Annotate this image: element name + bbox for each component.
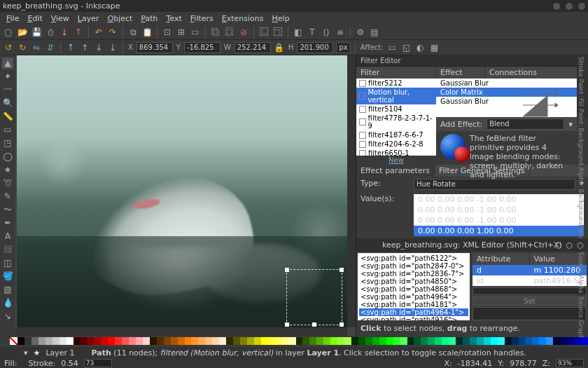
redo-icon[interactable]: ↷ (107, 27, 118, 38)
affect-pattern-icon[interactable]: ▦ (428, 42, 440, 53)
matrix-row[interactable]: 0.00 0.00 0.00 1.00 0.00 (414, 226, 584, 236)
x-input[interactable]: 869.354 (136, 42, 173, 53)
print-icon[interactable]: ⎙ (45, 27, 56, 38)
gradient-tool-icon[interactable]: ▧ (2, 284, 13, 295)
attr-name-input[interactable] (472, 287, 587, 295)
swatch[interactable] (205, 337, 212, 345)
canvas-hscroll[interactable] (15, 327, 347, 336)
text-icon[interactable]: T (307, 27, 318, 38)
swatch[interactable] (379, 337, 386, 345)
close-icon[interactable] (578, 3, 585, 10)
xml-node[interactable]: <svg:path id="path2847-0"> (359, 262, 468, 270)
swatch[interactable] (428, 337, 435, 345)
filter-item[interactable]: filter5104 (356, 104, 436, 114)
attr-row[interactable]: dm 1100.280 (472, 265, 587, 275)
swatch[interactable] (150, 337, 157, 345)
open-icon[interactable]: 📂 (17, 27, 28, 38)
swatch[interactable] (435, 337, 442, 345)
filter-item[interactable]: filter4204-6-2-8 (356, 139, 436, 149)
swatch[interactable] (143, 337, 150, 345)
swatch[interactable] (323, 337, 330, 345)
swatch[interactable] (574, 337, 581, 345)
menu-filters[interactable]: Filters (187, 13, 217, 24)
swatch[interactable] (456, 337, 463, 345)
zoom-input[interactable]: 93% (556, 359, 584, 367)
swatch[interactable] (24, 337, 31, 345)
spiral-tool-icon[interactable]: ➰ (2, 177, 13, 189)
swatch[interactable] (129, 337, 136, 345)
swatch[interactable] (351, 337, 358, 345)
swatch[interactable] (372, 337, 379, 345)
fill-stroke-icon[interactable]: ◧ (293, 27, 304, 38)
swatch[interactable] (247, 337, 254, 345)
tool-controls-bar[interactable]: ↺ ↻ ⇋ ⇵ ⤒ ↑ ↓ ⤓ X 869.354 Y -16.825 W 25… (0, 40, 588, 55)
xml-node[interactable]: <svg:path id="path4964-1"> (359, 308, 468, 316)
swatch[interactable] (470, 337, 477, 345)
swatch[interactable] (560, 337, 567, 345)
swatch[interactable] (519, 337, 526, 345)
swatch[interactable] (74, 337, 80, 345)
xml-tree[interactable]: <svg:path id="path6122"><svg:path id="pa… (358, 253, 470, 320)
export-icon[interactable]: ⤒ (73, 27, 84, 38)
tab-effect-params[interactable]: Effect parameters (356, 165, 435, 177)
import-icon[interactable]: ⤓ (59, 27, 70, 38)
swatch[interactable] (18, 337, 24, 345)
swatch[interactable] (491, 337, 498, 345)
swatch[interactable] (198, 337, 205, 345)
new-filter-link[interactable]: New (356, 156, 436, 165)
swatch[interactable] (407, 337, 414, 345)
swatch[interactable] (421, 337, 428, 345)
swatch[interactable] (296, 337, 303, 345)
menu-path[interactable]: Path (137, 13, 161, 24)
flip-h-icon[interactable]: ⇋ (31, 42, 42, 53)
attr-value-input[interactable] (472, 307, 587, 320)
swatch[interactable] (581, 337, 588, 345)
spray-tool-icon[interactable]: ⛆ (2, 244, 13, 255)
swatch[interactable] (309, 337, 316, 345)
swatch[interactable] (393, 337, 400, 345)
type-select[interactable]: Hue Rotate (414, 179, 575, 190)
swatch[interactable] (191, 337, 198, 345)
swatch[interactable] (108, 337, 115, 345)
layer-indicator[interactable]: Layer 1 (46, 348, 74, 357)
affect-gradient-icon[interactable]: ◐ (414, 42, 426, 53)
swatch[interactable] (546, 337, 553, 345)
selection-box[interactable] (286, 269, 342, 325)
swatch[interactable] (240, 337, 247, 345)
xml-node[interactable]: <svg:path id="path4868"> (359, 285, 468, 293)
swatch[interactable] (282, 337, 289, 345)
xml-node[interactable]: <svg:path id="path4850"> (359, 278, 468, 285)
connector-tool-icon[interactable]: ↘ (2, 311, 13, 322)
lower-bottom-icon[interactable]: ⤓ (107, 42, 118, 53)
swatch[interactable] (344, 337, 351, 345)
attr-row[interactable]: idpath4916-5 (472, 275, 587, 286)
measure-tool-icon[interactable]: 📏 (2, 111, 13, 122)
swatch[interactable] (505, 337, 512, 345)
h-input[interactable]: 201.900 (297, 42, 333, 53)
filter-item[interactable]: Motion blur, vertical (356, 88, 436, 104)
swatch[interactable] (567, 337, 574, 345)
prefs-icon[interactable]: ⚙ (355, 27, 366, 38)
swatch[interactable] (122, 337, 129, 345)
menubar[interactable]: FileEditViewLayerObjectPathTextFiltersEx… (0, 12, 588, 25)
panel-close-icon[interactable]: ○ (577, 240, 584, 250)
swatch[interactable] (532, 337, 539, 345)
matrix-row[interactable]: 0.00 0.00 0.00 -1.00 0.00 (414, 205, 584, 215)
group-icon[interactable]: ⿺ (258, 27, 270, 38)
panel-min-icon[interactable]: ○ (566, 240, 573, 250)
bezier-tool-icon[interactable]: 〜 (2, 204, 13, 215)
swatch[interactable] (115, 337, 122, 345)
swatch[interactable] (358, 337, 365, 345)
menu-help[interactable]: Help (269, 13, 293, 24)
swatch[interactable] (254, 337, 261, 345)
copy-icon[interactable]: ⧉ (127, 27, 139, 38)
filter-item[interactable]: filter4187-6-6-7 (356, 130, 436, 139)
filter-item[interactable]: filter6650-1 (356, 149, 436, 156)
swatch[interactable] (268, 337, 275, 345)
attr-list[interactable]: dm 1100.280idpath4916-5 (472, 265, 587, 286)
minimize-icon[interactable] (553, 3, 560, 10)
swatch[interactable] (66, 337, 74, 345)
zoom-page-icon[interactable]: ▭ (190, 27, 201, 38)
w-input[interactable]: 252.214 (234, 42, 271, 53)
swatch[interactable] (330, 337, 337, 345)
